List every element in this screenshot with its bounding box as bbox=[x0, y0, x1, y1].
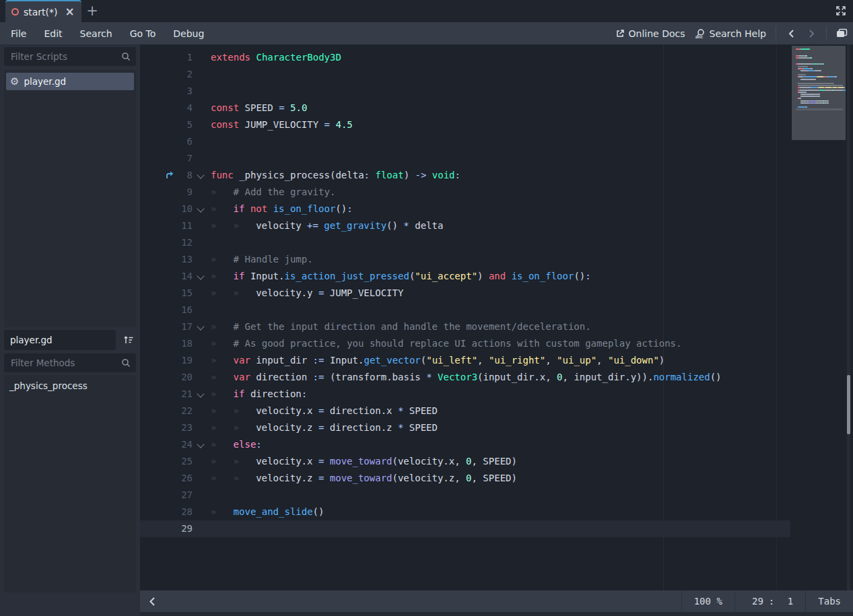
code-line[interactable]: 20»var direction := (transform.basis * V… bbox=[140, 369, 790, 386]
token-num: 4.5 bbox=[335, 119, 352, 130]
code-line[interactable]: 12 bbox=[140, 234, 790, 251]
menu-edit[interactable]: Edit bbox=[41, 28, 65, 39]
tab-indent-marker: » bbox=[211, 386, 234, 403]
code-line[interactable]: 24»else: bbox=[140, 436, 790, 453]
code-line[interactable]: 23»»velocity.z = direction.z * SPEED bbox=[140, 419, 790, 436]
code-text: »# Add the gravity. bbox=[211, 186, 335, 197]
code-line[interactable]: 16 bbox=[140, 302, 790, 318]
token-txt: direction bbox=[244, 388, 301, 399]
code-line[interactable]: 6 bbox=[140, 133, 790, 150]
code-line[interactable]: 13»# Handle jump. bbox=[140, 251, 790, 268]
tab-indent-marker: » bbox=[211, 201, 234, 217]
code-line[interactable]: 25»»velocity.x = move_toward(velocity.x,… bbox=[140, 453, 790, 470]
token-txt: JUMP_VELOCITY bbox=[324, 287, 403, 298]
code-line[interactable]: 4const SPEED = 5.0 bbox=[140, 100, 790, 116]
token-txt: , SPEED) bbox=[472, 456, 517, 467]
scrollbar-thumb[interactable] bbox=[847, 375, 850, 434]
token-kw2: else bbox=[234, 439, 257, 450]
code-line[interactable]: 21»if direction: bbox=[140, 386, 790, 403]
code-line[interactable]: 15»»velocity.y = JUMP_VELOCITY bbox=[140, 285, 790, 302]
code-line[interactable]: 18»# As good practice, you should replac… bbox=[140, 335, 790, 352]
token-fn: is_on_floor bbox=[512, 271, 574, 281]
code-line[interactable]: 11»»velocity += get_gravity() * delta bbox=[140, 217, 790, 234]
line-number: 28 bbox=[140, 504, 193, 520]
add-scene-tab-button[interactable]: + bbox=[83, 3, 101, 20]
history-forward-button[interactable] bbox=[806, 28, 817, 39]
code-line[interactable]: 22»»velocity.x = direction.x * SPEED bbox=[140, 403, 790, 419]
token-txt bbox=[426, 170, 432, 180]
code-line[interactable]: 8func _physics_process(delta: float) -> … bbox=[140, 167, 790, 184]
current-script-label: player.gd bbox=[4, 330, 116, 350]
token-sym: = bbox=[279, 102, 284, 113]
code-line[interactable]: 27 bbox=[140, 487, 790, 504]
script-list-item-player[interactable]: ⚙ player.gd bbox=[6, 73, 134, 90]
indent-mode[interactable]: Tabs bbox=[806, 590, 853, 612]
code-line[interactable]: 7 bbox=[140, 150, 790, 167]
token-txt: (input_dir.x, bbox=[477, 372, 557, 382]
code-line[interactable]: 14»if Input.is_action_just_pressed("ui_a… bbox=[140, 268, 790, 285]
tab-close-icon[interactable]: × bbox=[65, 6, 75, 18]
code-line[interactable]: 3 bbox=[140, 83, 790, 100]
line-number: 14 bbox=[140, 268, 193, 285]
search-help-button[interactable]: DOC Search Help bbox=[695, 28, 766, 39]
token-num: 0 bbox=[557, 372, 562, 382]
token-sym: * bbox=[403, 220, 409, 231]
token-sym: += bbox=[307, 220, 318, 231]
menu-goto[interactable]: Go To bbox=[127, 28, 159, 39]
code-line[interactable]: 19»var input_dir := Input.get_vector("ui… bbox=[140, 352, 790, 369]
line-number: 15 bbox=[140, 285, 193, 302]
line-number: 16 bbox=[140, 302, 193, 318]
code-line[interactable]: 5const JUMP_VELOCITY = 4.5 bbox=[140, 116, 790, 133]
line-number: 4 bbox=[140, 100, 193, 116]
token-type: Vector3 bbox=[438, 372, 477, 382]
minimap[interactable] bbox=[792, 46, 846, 140]
fullscreen-icon[interactable] bbox=[835, 5, 847, 17]
menu-bar: File Edit Search Go To Debug Online Docs… bbox=[0, 22, 853, 44]
token-com: # Add the gravity. bbox=[234, 186, 336, 197]
token-fn: move_and_slide bbox=[234, 506, 313, 517]
filter-scripts-input[interactable] bbox=[5, 48, 114, 65]
code-line[interactable]: 9»# Add the gravity. bbox=[140, 184, 790, 201]
scene-tab-start[interactable]: start(*) × bbox=[5, 0, 81, 22]
gdscript-gear-icon: ⚙ bbox=[10, 77, 19, 87]
tab-indent-marker: » bbox=[211, 369, 234, 386]
token-txt: direction.x bbox=[324, 405, 398, 416]
menu-search[interactable]: Search bbox=[77, 28, 115, 39]
window-bottom-edge bbox=[140, 612, 853, 616]
code-line[interactable]: 1extends CharacterBody3D bbox=[140, 49, 790, 66]
godot-script-editor: start(*) × + File Edit Search Go To Debu… bbox=[0, 0, 853, 616]
menu-file[interactable]: File bbox=[8, 28, 29, 39]
svg-text:DOC: DOC bbox=[695, 36, 704, 39]
code-line[interactable]: 2 bbox=[140, 66, 790, 83]
tab-indent-marker: » bbox=[211, 453, 234, 470]
float-panel-icon[interactable] bbox=[836, 28, 848, 38]
token-txt: Input. bbox=[244, 271, 284, 281]
code-area[interactable]: 1extends CharacterBody3D234const SPEED =… bbox=[140, 49, 790, 537]
token-txt: , bbox=[477, 355, 489, 366]
code-line[interactable]: 29 bbox=[140, 520, 790, 537]
line-number: 22 bbox=[140, 403, 193, 419]
code-text: »»velocity.z = move_toward(velocity.z, 0… bbox=[211, 473, 517, 483]
override-arrow-icon[interactable] bbox=[164, 170, 175, 180]
code-text: »var direction := (transform.basis * Vec… bbox=[211, 372, 722, 382]
vertical-scrollbar[interactable] bbox=[847, 44, 850, 590]
tab-indent-marker: » bbox=[211, 268, 234, 285]
collapse-scripts-panel-icon[interactable] bbox=[145, 594, 159, 608]
zoom-level[interactable]: 100 % bbox=[682, 590, 735, 612]
code-text: »if direction: bbox=[211, 388, 307, 399]
code-line[interactable]: 17»# Get the input direction and handle … bbox=[140, 318, 790, 335]
filter-methods-input[interactable] bbox=[5, 354, 114, 372]
token-txt: velocity.z bbox=[256, 422, 318, 433]
token-sym: : bbox=[364, 170, 370, 180]
token-txt: , input_dir.y)). bbox=[563, 372, 654, 382]
history-back-button[interactable] bbox=[786, 28, 796, 39]
code-line[interactable]: 28»move_and_slide() bbox=[140, 504, 790, 520]
menu-debug[interactable]: Debug bbox=[170, 28, 207, 39]
token-txt: , SPEED) bbox=[472, 473, 517, 483]
method-list-item[interactable]: _physics_process bbox=[4, 375, 136, 392]
token-kw: var bbox=[234, 355, 250, 366]
code-line[interactable]: 10»if not is_on_floor(): bbox=[140, 201, 790, 217]
code-line[interactable]: 26»»velocity.z = move_toward(velocity.z,… bbox=[140, 470, 790, 487]
online-docs-button[interactable]: Online Docs bbox=[615, 28, 685, 39]
sort-methods-icon[interactable] bbox=[120, 332, 137, 348]
